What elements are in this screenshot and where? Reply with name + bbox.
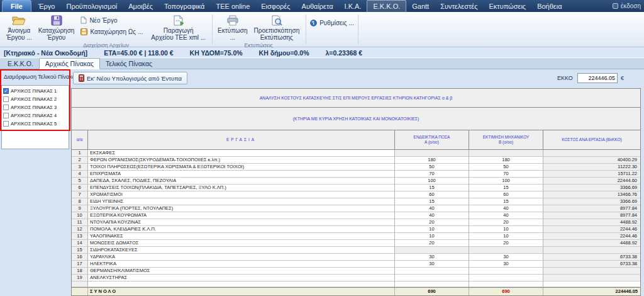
ekko-value-input[interactable] bbox=[577, 73, 618, 83]
table-title-2: (ΚΤΗΡΙΑ ΜΕ ΚΥΡΙΑ ΧΡΗΣΗ ΚΑΤΟΙΚΙΑΣ ΚΑΙ ΜΟΝ… bbox=[72, 108, 640, 130]
engineer-b-cell[interactable]: 10 bbox=[469, 226, 543, 233]
cost-cell bbox=[543, 275, 640, 282]
indicative-a-cell[interactable]: 15 bbox=[395, 185, 469, 191]
indicative-a-cell[interactable]: 70 bbox=[395, 171, 469, 178]
menu-item-Ι.Κ.Α.[interactable]: Ι.Κ.Α. bbox=[339, 0, 367, 12]
settings-label: Ρυθμίσεις ... bbox=[319, 20, 353, 26]
menu-item-Έργο[interactable]: Έργο bbox=[33, 0, 61, 12]
checkbox-unchecked-icon[interactable] bbox=[3, 121, 9, 127]
menu-item-Gantt[interactable]: Gantt bbox=[406, 0, 435, 12]
indicative-a-cell[interactable] bbox=[395, 247, 469, 254]
menu-item-Αμοιβές[interactable]: Αμοιβές bbox=[123, 0, 158, 12]
table-row: 1ΕΚΣΚΑΦΕΣ bbox=[72, 150, 640, 157]
cost-cell: 2244.46 bbox=[543, 226, 640, 233]
work-cell: ΕΙΔΗ ΥΓΙΕΙΝΗΣ bbox=[88, 198, 395, 205]
menu-item-Συντελεστές[interactable]: Συντελεστές bbox=[435, 0, 483, 12]
view-tab-Ε.Κ.Κ.Ο.[interactable]: Ε.Κ.Κ.Ο. bbox=[2, 59, 39, 69]
save-project-button[interactable]: Καταχώρηση Έργου bbox=[35, 13, 78, 42]
indicative-a-cell[interactable]: 10 bbox=[395, 233, 469, 240]
printer-icon bbox=[226, 15, 239, 26]
menu-item-Βοήθεια[interactable]: Βοήθεια bbox=[531, 0, 567, 12]
recalc-from-forms-button[interactable]: Εκ' Νέου Υπολογισμός από Έντυπα bbox=[73, 72, 187, 84]
menu-item-ΤΕΕ online[interactable]: ΤΕΕ online bbox=[210, 0, 255, 12]
indicative-a-cell[interactable] bbox=[395, 150, 469, 157]
engineer-b-cell[interactable] bbox=[469, 275, 543, 282]
engineer-b-cell[interactable]: 50 bbox=[469, 164, 543, 171]
menu-item-Ε.Κ.Κ.Ο.[interactable]: Ε.Κ.Κ.Ο. bbox=[367, 0, 406, 12]
engineer-b-cell[interactable] bbox=[469, 268, 543, 275]
status-eta: ΕΤΑ=45.00 € | 118.00 € bbox=[104, 49, 173, 57]
archikos-pinakas-list: ✓ΑΡΧΙΚΟΣ ΠΙΝΑΚΑΣ 1ΑΡΧΙΚΟΣ ΠΙΝΑΚΑΣ 2ΑΡΧΙΚ… bbox=[1, 85, 69, 149]
print-label-1: Εκτύπωση bbox=[218, 27, 247, 34]
engineer-b-cell[interactable]: 15 bbox=[469, 198, 543, 205]
print-button[interactable]: Εκτύπωση ... bbox=[214, 13, 250, 42]
checkbox-item[interactable]: ✓ΑΡΧΙΚΟΣ ΠΙΝΑΚΑΣ 1 bbox=[3, 87, 69, 95]
total-row: ΣΥΝΟΛΟ 690 690 224446.05 bbox=[72, 287, 640, 295]
checkbox-label: ΑΡΧΙΚΟΣ ΠΙΝΑΚΑΣ 3 bbox=[11, 105, 57, 110]
engineer-b-cell[interactable]: 100 bbox=[469, 178, 543, 185]
checkbox-unchecked-icon[interactable] bbox=[3, 96, 9, 102]
indicative-a-cell[interactable]: 20 bbox=[395, 219, 469, 226]
indicative-a-cell[interactable] bbox=[395, 282, 469, 287]
engineer-b-cell[interactable]: 30 bbox=[469, 254, 543, 261]
engineer-b-cell[interactable]: 10 bbox=[469, 233, 543, 240]
indicative-a-cell[interactable]: 40 bbox=[395, 205, 469, 212]
save-as-button[interactable]: Καταχώρηση Ως ... bbox=[77, 27, 146, 37]
engineer-b-cell[interactable]: 20 bbox=[469, 240, 543, 247]
checkbox-item[interactable]: ΑΡΧΙΚΟΣ ΠΙΝΑΚΑΣ 3 bbox=[3, 103, 69, 111]
new-project-button[interactable]: Νέο Έργο bbox=[77, 15, 146, 25]
table-row: 4ΕΠΙΧΡΙΣΜΑΤΑ707015711.22 bbox=[72, 171, 640, 178]
indicative-a-cell[interactable]: 60 bbox=[395, 191, 469, 198]
table-row: 14ΜΟΝΩΣΕΙΣ ΔΩΜΑΤΟΣ20204488.92 bbox=[72, 240, 640, 247]
indicative-a-cell[interactable]: 30 bbox=[395, 261, 469, 268]
open-project-button[interactable]: Άνοιγμα Έργου ... bbox=[3, 13, 35, 42]
open-project-label-1: Άνοιγμα bbox=[8, 27, 30, 34]
table-row: 2ΦΕΡΩΝ ΟΡΓΑΝΙΣΜΟΣ(ΣΚΥΡΟΔΕΜΑΤΑ-ΤΟΙΧΟΠΟΙΙΕ… bbox=[72, 157, 640, 164]
engineer-b-cell[interactable] bbox=[469, 247, 543, 254]
settings-button[interactable]: Ρυθμίσεις ... bbox=[307, 18, 357, 28]
view-tab-Τελικός Πίνακας[interactable]: Τελικός Πίνακας bbox=[100, 59, 158, 69]
engineer-b-cell[interactable]: 70 bbox=[469, 171, 543, 178]
checkbox-checked-icon[interactable]: ✓ bbox=[3, 88, 9, 94]
menu-item-Προϋπολογισμοί[interactable]: Προϋπολογισμοί bbox=[60, 0, 123, 12]
indicative-a-cell[interactable]: 15 bbox=[395, 198, 469, 205]
checkbox-item[interactable]: ΑΡΧΙΚΟΣ ΠΙΝΑΚΑΣ 2 bbox=[3, 95, 69, 103]
checkbox-unchecked-icon[interactable] bbox=[3, 113, 9, 118]
engineer-b-cell[interactable]: 20 bbox=[469, 219, 543, 226]
menu-item-Αυθαίρετα[interactable]: Αυθαίρετα bbox=[296, 0, 339, 12]
indicative-a-cell[interactable] bbox=[395, 268, 469, 275]
print-preview-label-2: Εκτύπωσης bbox=[260, 34, 293, 41]
engineer-b-cell[interactable]: 40 bbox=[469, 212, 543, 219]
engineer-b-cell[interactable]: 30 bbox=[469, 261, 543, 268]
indicative-a-cell[interactable]: 30 bbox=[395, 254, 469, 261]
print-preview-button[interactable]: Προεπισκόπηση Εκτύπωσης bbox=[250, 13, 303, 42]
engineer-b-cell[interactable]: 60 bbox=[469, 191, 543, 198]
new-document-icon bbox=[80, 16, 87, 24]
menu-item-File[interactable]: File bbox=[2, 0, 31, 12]
menu-item-Εισφορές[interactable]: Εισφορές bbox=[255, 0, 296, 12]
engineer-b-cell[interactable] bbox=[469, 150, 543, 157]
engineer-b-cell[interactable]: 180 bbox=[469, 157, 543, 164]
indicative-a-cell[interactable]: 50 bbox=[395, 164, 469, 171]
menu-item-Εκτυπώσεις[interactable]: Εκτυπώσεις bbox=[483, 0, 531, 12]
engineer-b-cell[interactable] bbox=[469, 282, 543, 287]
table-row: 5ΔΑΠΕΔΑ, ΣΚΑΛΕΣ, ΠΟΔΙΕΣ, ΠΕΖΟΥΛΙΑ1001002… bbox=[72, 178, 640, 185]
engineer-b-cell[interactable]: 15 bbox=[469, 185, 543, 191]
engineer-b-cell[interactable]: 40 bbox=[469, 205, 543, 212]
indicative-a-cell[interactable] bbox=[395, 275, 469, 282]
indicative-a-cell[interactable]: 180 bbox=[395, 157, 469, 164]
indicative-a-cell[interactable]: 100 bbox=[395, 178, 469, 185]
menu-item-Τοπογραφικά[interactable]: Τοπογραφικά bbox=[158, 0, 210, 12]
produce-tee-xml-button[interactable]: <> Παραγωγή Αρχείου ΤΕΕ xml ... bbox=[148, 13, 209, 42]
checkbox-item[interactable]: ΑΡΧΙΚΟΣ ΠΙΝΑΚΑΣ 4 bbox=[3, 111, 69, 120]
header-a-line2: Α (ο/οο) bbox=[425, 140, 439, 145]
view-tab-Αρχικός Πίνακας[interactable]: Αρχικός Πίνακας bbox=[39, 58, 100, 69]
indicative-a-cell[interactable]: 20 bbox=[395, 240, 469, 247]
indicative-a-cell[interactable]: 10 bbox=[395, 226, 469, 233]
checkbox-unchecked-icon[interactable] bbox=[3, 105, 9, 110]
row-number-cell: 3 bbox=[72, 164, 88, 171]
indicative-a-cell[interactable]: 40 bbox=[395, 212, 469, 219]
header-b-line1: ΕΚΤΙΜΗΣΗ ΜΗΧΑΝΙΚΟΥ bbox=[483, 135, 530, 140]
open-folder-icon bbox=[12, 15, 26, 26]
checkbox-item[interactable]: ΑΡΧΙΚΟΣ ΠΙΝΑΚΑΣ 5 bbox=[3, 120, 69, 128]
